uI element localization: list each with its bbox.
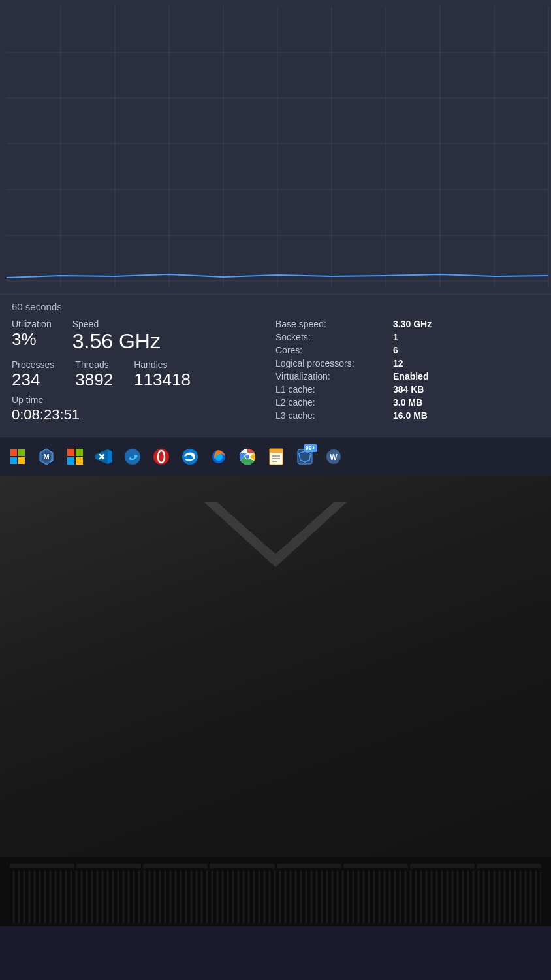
logical-processors-value: 12 [393, 358, 403, 368]
vent-slot [210, 864, 274, 868]
taskbar-microsoft-store[interactable] [61, 443, 89, 470]
svg-text:W: W [330, 453, 338, 462]
virtualization-value: Enabled [393, 371, 428, 382]
vent-slot [76, 864, 141, 868]
taskbar-windows-start[interactable] [4, 443, 31, 470]
l1-cache-label: L1 cache: [276, 384, 393, 395]
taskbar-malwarebytes[interactable]: M [33, 443, 60, 470]
svg-point-32 [182, 449, 198, 465]
svg-rect-25 [76, 449, 83, 456]
sockets-row: Sockets: 1 [276, 332, 539, 342]
threads-label: Threads [75, 359, 113, 370]
notepad-icon [268, 448, 285, 466]
svg-rect-19 [10, 457, 17, 464]
logical-proc-row: Logical processors: 12 [276, 358, 539, 368]
vent-slot [477, 864, 541, 868]
utilization-stat: Utilization 3% [12, 319, 52, 349]
speaker-grill [10, 871, 541, 923]
svg-rect-26 [67, 457, 74, 465]
taskbar-vscode[interactable] [90, 443, 118, 470]
l3-cache-row: L3 cache: 16.0 MB [276, 410, 539, 421]
cores-value: 6 [393, 345, 398, 355]
processes-value: 234 [12, 370, 54, 389]
handles-stat: Handles 113418 [134, 359, 191, 389]
time-label: 60 seconds [12, 301, 539, 312]
taskbar-chrome[interactable] [234, 443, 261, 470]
speed-stat: Speed 3.56 GHz [72, 319, 161, 353]
stats-left: Utilization 3% Speed 3.56 GHz Processes … [12, 319, 276, 423]
vent-slot [10, 864, 74, 868]
threads-value: 3892 [75, 370, 113, 389]
logical-processors-label: Logical processors: [276, 358, 393, 368]
extra-app-icon: W [325, 448, 342, 465]
keyboard-area [0, 857, 551, 926]
vent-slot [143, 864, 208, 868]
l3-cache-label: L3 cache: [276, 410, 393, 421]
vent-row-1 [10, 864, 541, 868]
taskbar-edge[interactable] [176, 443, 204, 470]
processes-stat: Processes 234 [12, 359, 54, 389]
chevron-logo-svg [204, 502, 347, 593]
taskbar-notifications[interactable]: 99+ [291, 443, 319, 470]
firefox-icon [210, 448, 228, 466]
uptime-section: Up time 0:08:23:51 [12, 395, 276, 423]
edge-icon [181, 448, 199, 466]
svg-rect-18 [18, 449, 25, 456]
cores-row: Cores: 6 [276, 345, 539, 355]
threads-stat: Threads 3892 [75, 359, 113, 389]
svg-rect-20 [18, 457, 25, 464]
uptime-value: 0:08:23:51 [12, 406, 276, 423]
virtualization-row: Virtualization: Enabled [276, 371, 539, 382]
util-speed-group: Utilization 3% Speed 3.56 GHz [12, 319, 276, 353]
cpu-graph [0, 0, 551, 294]
taskbar-firefox[interactable] [205, 443, 232, 470]
vent-slot [343, 864, 408, 868]
uptime-label: Up time [12, 395, 276, 405]
l2-cache-row: L2 cache: 3.0 MB [276, 397, 539, 408]
speed-value: 3.56 GHz [72, 330, 161, 353]
handles-value: 113418 [134, 370, 191, 389]
virtualization-label: Virtualization: [276, 371, 393, 382]
stats-row: Utilization 3% Speed 3.56 GHz Processes … [12, 319, 539, 423]
base-speed-label: Base speed: [276, 319, 393, 329]
microsoft-store-icon [66, 448, 84, 466]
cpu-graph-area [0, 0, 551, 294]
l1-cache-row: L1 cache: 384 KB [276, 384, 539, 395]
utilization-label: Utilization [12, 319, 52, 329]
edge-dev-icon [123, 448, 142, 466]
brand-logo [204, 502, 347, 593]
handles-label: Handles [134, 359, 191, 370]
base-speed-row: Base speed: 3.30 GHz [276, 319, 539, 329]
speed-label: Speed [72, 319, 161, 329]
l2-cache-label: L2 cache: [276, 397, 393, 408]
opera-icon [152, 448, 170, 466]
l2-cache-value: 3.0 MB [393, 397, 422, 408]
notification-badge: 99+ [304, 444, 317, 452]
windows-icon [10, 449, 25, 465]
svg-marker-46 [204, 502, 347, 567]
svg-rect-24 [67, 449, 74, 456]
chrome-icon [238, 448, 257, 466]
taskbar-edge-dev[interactable] [119, 443, 146, 470]
svg-rect-0 [0, 0, 551, 294]
svg-point-29 [131, 455, 134, 459]
vent-slot [410, 864, 475, 868]
taskbar-extra[interactable]: W [320, 443, 347, 470]
vent-slot [277, 864, 341, 868]
taskbar: M [0, 436, 551, 476]
svg-text:M: M [43, 453, 49, 461]
l3-cache-value: 16.0 MB [393, 410, 428, 421]
laptop-body [0, 476, 551, 926]
utilization-value: 3% [12, 330, 52, 349]
base-speed-value: 3.30 GHz [393, 319, 432, 329]
svg-point-37 [245, 455, 249, 459]
stats-right: Base speed: 3.30 GHz Sockets: 1 Cores: 6… [276, 319, 539, 423]
svg-rect-39 [270, 449, 283, 453]
taskbar-opera[interactable] [148, 443, 175, 470]
l1-cache-value: 384 KB [393, 384, 424, 395]
sockets-value: 1 [393, 332, 398, 342]
taskbar-notepad[interactable] [262, 443, 290, 470]
processes-label: Processes [12, 359, 54, 370]
sockets-label: Sockets: [276, 332, 393, 342]
stats-panel: 60 seconds Utilization 3% Speed 3.56 GHz… [0, 294, 551, 436]
